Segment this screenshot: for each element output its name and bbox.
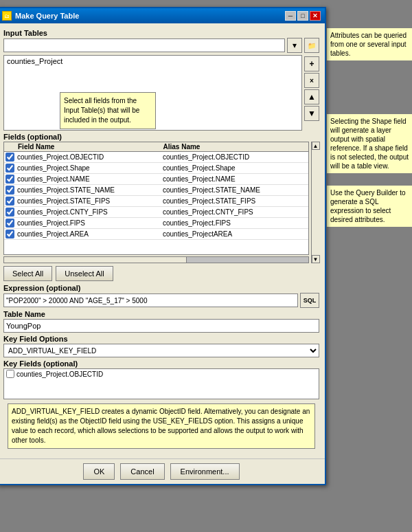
alias-name-cell: counties_Project.FIPS: [161, 219, 307, 227]
sql-button[interactable]: SQL: [300, 293, 319, 308]
move-up-button[interactable]: ▲: [304, 89, 319, 104]
scroll-down-arrow[interactable]: ▼: [312, 255, 320, 263]
key-fields-section: Key Fields (optional) counties_Project.O…: [3, 359, 319, 399]
add-table-button[interactable]: +: [304, 56, 319, 71]
title-bar: 🗂 Make Query Table ─ □ ✕: [0, 8, 325, 23]
expression-section: Expression (optional) SQL: [3, 284, 319, 308]
fields-row: counties_Project.OBJECTIDcounties_Projec…: [4, 152, 308, 163]
fields-scrollbar[interactable]: ▲ ▼: [311, 142, 319, 263]
field-name-header: Field Name: [16, 143, 162, 151]
maximize-button[interactable]: □: [297, 11, 308, 21]
field-name-cell: counties_Project.STATE_NAME: [16, 186, 161, 194]
ok-button[interactable]: OK: [83, 463, 115, 480]
table-name-label: Table Name: [3, 310, 319, 318]
environment-button[interactable]: Environment...: [170, 463, 240, 480]
expression-input[interactable]: [3, 293, 298, 307]
browse-button[interactable]: 📁: [304, 38, 319, 53]
scroll-up-arrow[interactable]: ▲: [312, 142, 320, 150]
field-checkbox[interactable]: [5, 186, 14, 195]
make-query-table-window: 🗂 Make Query Table ─ □ ✕ Input Tables ▾ …: [0, 7, 326, 485]
key-field-checkbox[interactable]: [6, 370, 14, 378]
fields-row: counties_Project.NAMEcounties_Project.NA…: [4, 174, 308, 185]
field-name-cell: counties_Project.AREA: [16, 230, 161, 238]
fields-row: counties_Project.FIPScounties_Project.FI…: [4, 218, 308, 229]
field-name-cell: counties_Project.NAME: [16, 175, 161, 183]
input-tables-label: Input Tables: [3, 29, 319, 37]
fields-row: counties_Project.STATE_NAMEcounties_Proj…: [4, 185, 308, 196]
input-table-item[interactable]: counties_Project: [5, 56, 301, 66]
fields-rows: counties_Project.OBJECTIDcounties_Projec…: [4, 152, 308, 240]
alias-name-cell: counties_ProjectAREA: [161, 230, 307, 238]
key-field-item[interactable]: counties_Project.OBJECTID: [4, 369, 319, 379]
fields-row: counties_Project.STATE_FIPScounties_Proj…: [4, 196, 308, 207]
field-name-cell: counties_Project.Shape: [16, 164, 161, 172]
fields-row: counties_Project.Shapecounties_Project.S…: [4, 163, 308, 174]
window-icon: 🗂: [2, 11, 12, 21]
key-field-dropdown[interactable]: ADD_VIRTUAL_KEY_FIELD: [3, 344, 319, 357]
cancel-button[interactable]: Cancel: [120, 463, 164, 480]
table-name-section: Table Name: [3, 310, 319, 333]
field-name-cell: counties_Project.OBJECTID: [16, 153, 161, 161]
move-down-button[interactable]: ▼: [304, 106, 319, 121]
alias-name-cell: counties_Project.STATE_FIPS: [161, 197, 307, 205]
field-name-cell: counties_Project.FIPS: [16, 219, 161, 227]
field-checkbox[interactable]: [5, 219, 14, 228]
alias-name-cell: counties_Project.OBJECTID: [161, 153, 307, 161]
select-buttons: Select All Unselect All: [3, 266, 319, 281]
fields-label: Fields (optional): [3, 133, 319, 141]
key-field-value: counties_Project.OBJECTID: [16, 370, 103, 378]
minimize-button[interactable]: ─: [285, 11, 296, 21]
fields-row: counties_Project.AREAcounties_ProjectARE…: [4, 229, 308, 240]
list-side-buttons: + × ▲ ▼: [304, 55, 319, 131]
right-tooltips-panel: Attributes can be queried from one or se…: [326, 7, 412, 485]
alias-name-cell: counties_Project.STATE_NAME: [161, 186, 307, 194]
expression-label: Expression (optional): [3, 284, 319, 292]
key-field-options-section: Key Field Options ADD_VIRTUAL_KEY_FIELD: [3, 335, 319, 357]
shape-field-tooltip: Selecting the Shape field will generate …: [326, 113, 412, 174]
bottom-buttons: OK Cancel Environment...: [0, 458, 325, 484]
key-field-options-label: Key Field Options: [3, 335, 319, 343]
key-fields-label: Key Fields (optional): [3, 359, 319, 368]
title-buttons: ─ □ ✕: [285, 11, 321, 21]
field-checkbox[interactable]: [5, 197, 14, 206]
fields-section: Fields (optional) Field Name Alias Name …: [3, 133, 319, 263]
table-name-input[interactable]: [3, 319, 319, 333]
field-checkbox[interactable]: [5, 153, 14, 162]
alias-name-cell: counties_Project.NAME: [161, 175, 307, 183]
alias-name-cell: counties_Project.Shape: [161, 164, 307, 172]
input-tables-dropdown[interactable]: [3, 38, 285, 52]
fields-table: Field Name Alias Name counties_Project.O…: [3, 142, 309, 255]
field-name-cell: counties_Project.CNTY_FIPS: [16, 208, 161, 216]
field-checkbox[interactable]: [5, 175, 14, 184]
field-checkbox[interactable]: [5, 230, 14, 239]
input-tables-section: Input Tables ▾ 📁 counties_Project + ×: [3, 29, 319, 131]
dropdown-arrow[interactable]: ▾: [287, 38, 302, 53]
alias-name-cell: counties_Project.CNTY_FIPS: [161, 208, 307, 216]
close-button[interactable]: ✕: [310, 11, 321, 21]
fields-row: counties_Project.CNTY_FIPScounties_Proje…: [4, 207, 308, 218]
key-fields-list: counties_Project.OBJECTID: [3, 368, 319, 399]
window-title: Make Query Table: [15, 12, 79, 20]
select-all-button[interactable]: Select All: [3, 266, 52, 281]
input-tables-tooltip: Attributes can be queried from one or se…: [326, 27, 412, 61]
unselect-all-button[interactable]: Unselect All: [56, 266, 113, 281]
key-field-tooltip: ADD_VIRTUAL_KEY_FIELD creates a dynamic …: [8, 403, 315, 449]
field-checkbox[interactable]: [5, 164, 14, 173]
fields-header: Field Name Alias Name: [4, 142, 308, 152]
select-all-fields-tooltip: Select all fields from the Input Table(s…: [60, 92, 156, 129]
field-name-cell: counties_Project.STATE_FIPS: [16, 197, 161, 205]
alias-name-header: Alias Name: [162, 143, 308, 151]
remove-table-button[interactable]: ×: [304, 73, 319, 88]
field-checkbox[interactable]: [5, 208, 14, 217]
query-builder-tooltip: Use the Query Builder to generate a SQL …: [326, 185, 412, 228]
